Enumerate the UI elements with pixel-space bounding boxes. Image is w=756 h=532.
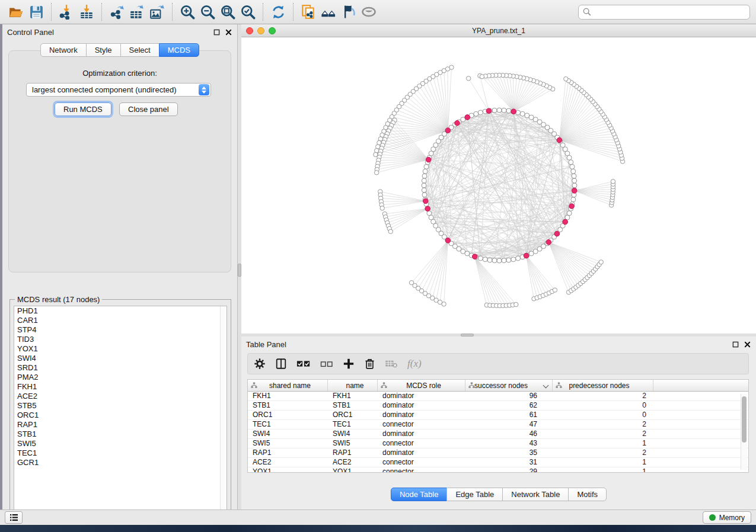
mcds-result-item[interactable]: TEC1 <box>14 448 227 458</box>
refresh-button[interactable] <box>268 2 288 21</box>
cell-name[interactable]: TEC1 <box>328 420 378 429</box>
ring-node[interactable] <box>520 111 525 116</box>
ring-node[interactable] <box>422 183 426 188</box>
cell-predecessor-nodes[interactable]: 1 <box>553 458 653 467</box>
dominator-node[interactable] <box>524 253 529 258</box>
show-graphics-button[interactable] <box>359 2 379 21</box>
cell-successor-nodes[interactable]: 46 <box>465 430 553 438</box>
dominator-node[interactable] <box>563 219 568 225</box>
table-row[interactable]: FKH1FKH1dominator962 <box>248 392 748 401</box>
mcds-result-item[interactable]: SRD1 <box>14 363 227 373</box>
satellite-node[interactable] <box>599 260 603 264</box>
ring-node[interactable] <box>492 258 497 263</box>
dominator-node[interactable] <box>486 108 492 114</box>
table-row[interactable]: ACE2ACE2connector311 <box>248 458 748 467</box>
search-input[interactable] <box>592 8 746 16</box>
cell-mcds-role[interactable]: connector <box>378 467 465 473</box>
table-row[interactable]: YOX1YOX1connector291 <box>248 467 748 473</box>
ring-node[interactable] <box>487 258 492 262</box>
task-history-button[interactable] <box>5 511 23 524</box>
column-header-predecessor-nodes[interactable]: predecessor nodes <box>553 380 653 391</box>
ring-node[interactable] <box>502 108 506 113</box>
table-settings-button[interactable] <box>254 356 266 371</box>
satellite-node[interactable] <box>375 149 379 153</box>
run-mcds-button[interactable]: Run MCDS <box>55 102 111 116</box>
dominator-node[interactable] <box>557 137 562 143</box>
dominator-node[interactable] <box>445 238 451 243</box>
table-row[interactable]: TEC1TEC1connector472 <box>248 420 748 430</box>
delete-table-button[interactable] <box>385 356 398 371</box>
dominator-node[interactable] <box>572 188 577 194</box>
ring-node[interactable] <box>422 193 427 197</box>
ring-node[interactable] <box>422 188 426 193</box>
column-header-shared-name[interactable]: shared name <box>248 380 328 391</box>
dominator-node[interactable] <box>445 128 451 133</box>
cell-predecessor-nodes[interactable]: 2 <box>553 430 653 438</box>
table-row[interactable]: RAP1RAP1dominator352 <box>248 448 748 458</box>
cell-name[interactable]: RAP1 <box>328 448 378 457</box>
cell-mcds-role[interactable]: dominator <box>378 430 465 438</box>
ring-node[interactable] <box>570 164 575 169</box>
cell-name[interactable]: FKH1 <box>328 392 378 400</box>
cell-successor-nodes[interactable]: 31 <box>465 458 553 467</box>
cell-predecessor-nodes[interactable]: 2 <box>553 392 653 400</box>
mcds-result-item[interactable]: PMA2 <box>14 373 227 382</box>
mcds-result-item[interactable]: TID3 <box>14 335 227 344</box>
cell-successor-nodes[interactable]: 35 <box>465 448 553 457</box>
cell-shared-name[interactable]: ACE2 <box>248 458 328 467</box>
save-session-button[interactable] <box>26 2 46 21</box>
ring-node[interactable] <box>506 108 511 113</box>
dominator-node[interactable] <box>426 157 431 162</box>
cell-name[interactable]: YOX1 <box>328 467 378 473</box>
ring-node[interactable] <box>516 256 521 261</box>
deselect-all-button[interactable] <box>320 356 333 371</box>
cell-shared-name[interactable]: YOX1 <box>248 467 328 473</box>
ring-node[interactable] <box>427 211 432 216</box>
table-row[interactable]: ORC1ORC1dominator610 <box>248 411 748 420</box>
table-row[interactable]: STB1STB1dominator620 <box>248 401 748 411</box>
ring-node[interactable] <box>492 108 497 113</box>
mcds-result-item[interactable]: PHD1 <box>14 306 227 316</box>
dominator-node[interactable] <box>554 231 560 236</box>
duplicate-network-button[interactable] <box>298 2 318 21</box>
cell-successor-nodes[interactable]: 47 <box>465 420 553 429</box>
ring-node[interactable] <box>565 215 570 220</box>
cell-predecessor-nodes[interactable]: 1 <box>553 467 653 473</box>
ring-node[interactable] <box>567 211 572 216</box>
mcds-result-item[interactable]: SWI4 <box>14 354 227 363</box>
close-panel-button[interactable]: Close panel <box>119 102 178 116</box>
tab-network[interactable]: Network <box>40 43 87 57</box>
mcds-result-item[interactable]: STP4 <box>14 325 227 335</box>
mcds-result-item[interactable]: SWI5 <box>14 439 227 448</box>
select-all-button[interactable] <box>296 356 311 371</box>
first-neighbors-button[interactable] <box>318 2 339 21</box>
cell-name[interactable]: ORC1 <box>328 411 378 419</box>
cell-name[interactable]: SWI5 <box>328 439 378 448</box>
ring-node[interactable] <box>506 258 511 262</box>
mcds-result-item[interactable]: STB5 <box>14 401 227 411</box>
dominator-node[interactable] <box>472 254 477 259</box>
cell-shared-name[interactable]: RAP1 <box>248 448 328 457</box>
satellite-node[interactable] <box>374 171 378 175</box>
ring-node[interactable] <box>497 108 502 113</box>
hide-details-button[interactable] <box>339 2 359 21</box>
export-table-button[interactable] <box>127 2 147 21</box>
mcds-result-item[interactable]: FKH1 <box>14 382 227 392</box>
dominator-node[interactable] <box>425 206 430 211</box>
mcds-result-item[interactable]: ACE2 <box>14 392 227 401</box>
tab-edge-table[interactable]: Edge Table <box>446 488 503 501</box>
cell-name[interactable]: SWI4 <box>328 430 378 438</box>
table-scrollbar[interactable] <box>741 394 747 470</box>
ring-node[interactable] <box>572 183 577 188</box>
export-network-button[interactable] <box>107 2 127 21</box>
tab-network-table[interactable]: Network Table <box>502 488 569 501</box>
tab-mcds[interactable]: MCDS <box>159 43 199 57</box>
dominator-node[interactable] <box>423 198 429 204</box>
ring-node[interactable] <box>502 258 506 263</box>
ring-node[interactable] <box>529 115 534 120</box>
close-panel-icon[interactable] <box>743 340 751 348</box>
mcds-result-item[interactable]: ORC1 <box>14 411 227 420</box>
satellite-node[interactable] <box>380 206 384 210</box>
table-row[interactable]: SWI4SWI4dominator462 <box>248 430 748 439</box>
ring-node[interactable] <box>478 256 483 261</box>
